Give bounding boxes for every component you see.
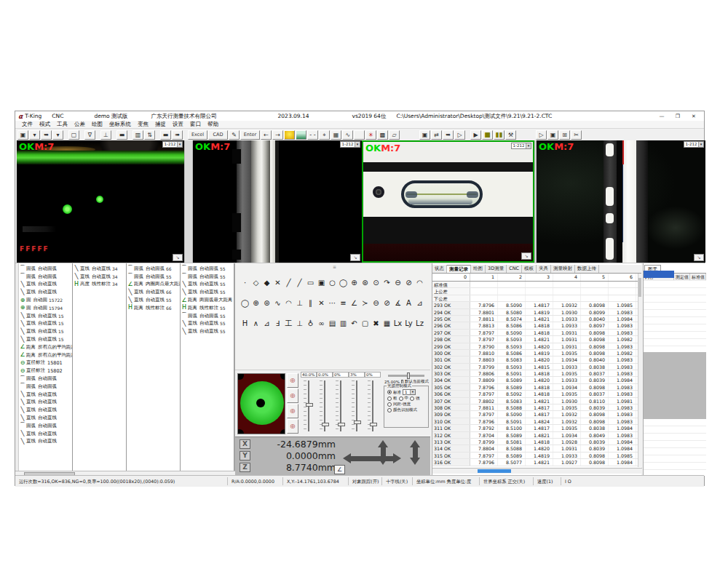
- feature-item[interactable]: ⊖直径标注15802: [19, 367, 72, 375]
- table-row[interactable]: 302 OK7.87998.50931.48151.09330.80381.09…: [432, 364, 638, 370]
- feature-item[interactable]: ╲直线自动直线55: [181, 288, 234, 296]
- element-row[interactable]: [644, 310, 706, 317]
- camera-image-button[interactable]: [296, 130, 306, 140]
- tab-测量映射[interactable]: 测量映射: [551, 265, 575, 273]
- palette-tool-icon[interactable]: ∥: [305, 298, 316, 308]
- jog-y-arrows[interactable]: [378, 440, 388, 465]
- enter-button[interactable]: Enter: [240, 130, 260, 140]
- feature-item[interactable]: ∠距离内圈两点最大距离: [127, 281, 180, 289]
- camera-view-3-selected[interactable]: OKM:7 1-212▾ ↘: [362, 140, 534, 263]
- palette-tool-icon[interactable]: ✕: [316, 298, 327, 308]
- radio-spacing[interactable]: [387, 402, 392, 407]
- jog-x-arrows[interactable]: [343, 453, 401, 463]
- open-button[interactable]: ➥: [41, 130, 52, 140]
- slider-thumb[interactable]: [338, 423, 345, 426]
- feature-item[interactable]: ╲直线自动直线: [19, 430, 72, 438]
- camera-view-2[interactable]: OKM:7 1-212▾ ↘: [193, 140, 362, 263]
- feature-item[interactable]: H高度线性标注34: [73, 281, 126, 289]
- palette-tool-icon[interactable]: ∧: [250, 319, 261, 329]
- table-row[interactable]: 307 OK7.88028.50831.48211.09300.81101.09…: [432, 398, 638, 404]
- ring-segment-button[interactable]: ◎: [287, 404, 298, 418]
- palette-tool-icon[interactable]: ∠: [349, 298, 360, 308]
- curve-button[interactable]: ∿: [342, 130, 353, 140]
- menu-item-帮助[interactable]: 帮助: [207, 121, 218, 128]
- radio-medium[interactable]: [399, 396, 403, 401]
- feature-item[interactable]: ⊖直径标注15801: [19, 359, 72, 367]
- filter-button[interactable]: ∇: [84, 130, 95, 140]
- excel-export-button[interactable]: Excel: [188, 130, 207, 140]
- tab-模板[interactable]: 模板: [522, 265, 537, 273]
- palette-tool-icon[interactable]: ≻: [360, 298, 371, 308]
- feature-item[interactable]: ∠距离所有点的平均距离: [19, 343, 72, 351]
- single-run-button[interactable]: ▷: [536, 130, 547, 140]
- feature-item[interactable]: ╲直线自动直线55: [181, 320, 234, 328]
- table-row[interactable]: 314 OK7.88048.50881.48201.09310.80391.09…: [432, 445, 638, 452]
- blank-button[interactable]: [354, 130, 365, 140]
- palette-tool-icon[interactable]: A: [403, 298, 414, 308]
- feature-item[interactable]: ╲直线自动直线: [19, 438, 72, 446]
- palette-tool-icon[interactable]: ·: [240, 278, 250, 288]
- tab-测量记录[interactable]: 测量记录: [447, 265, 471, 273]
- slider-thumb[interactable]: [354, 420, 361, 424]
- palette-tool-icon[interactable]: Ⅎ: [272, 319, 283, 329]
- palette-tool-icon[interactable]: ∿: [272, 298, 283, 308]
- feature-item[interactable]: ╲直线自动直线: [19, 414, 72, 422]
- probe-button[interactable]: ⊥: [100, 130, 111, 140]
- measure-gap-button[interactable]: - -: [307, 130, 318, 140]
- master-light-slider[interactable]: [388, 375, 424, 377]
- splitter-handle-icon[interactable]: ≡: [333, 264, 336, 269]
- light-channel-slider[interactable]: 0.0%: [317, 372, 333, 436]
- palette-tool-icon[interactable]: ⋯: [327, 298, 338, 308]
- radio-standard[interactable]: [387, 390, 392, 394]
- transfer-button[interactable]: ⇄: [431, 130, 442, 140]
- palette-tool-icon[interactable]: Ly: [403, 319, 414, 329]
- camera2-resize-grip-icon[interactable]: ↘: [350, 254, 360, 261]
- feature-item[interactable]: ╲直线自动直线34: [73, 265, 126, 273]
- radio-coarse[interactable]: [387, 396, 392, 401]
- tool-d-button[interactable]: ➠: [172, 130, 183, 140]
- palette-tool-icon[interactable]: ▥: [338, 319, 349, 329]
- element-row[interactable]: [644, 281, 706, 288]
- light-channel-slider[interactable]: 0%: [365, 372, 381, 436]
- palette-tool-icon[interactable]: ○: [327, 278, 338, 288]
- tab-绘图[interactable]: 绘图: [471, 265, 486, 273]
- palette-tool-icon[interactable]: ⊖: [392, 278, 403, 288]
- palette-tool-icon[interactable]: ∞: [316, 319, 327, 329]
- print-button[interactable]: ⊞: [559, 130, 570, 140]
- camera-view-1[interactable]: FFFFF OKM:7 1-212▾ ↘: [17, 140, 184, 263]
- feature-item[interactable]: ╲直线自动直线34: [73, 273, 126, 281]
- ring-light-indicator[interactable]: [237, 373, 285, 434]
- element-row[interactable]: [644, 463, 706, 470]
- table-vscrollbar[interactable]: [638, 274, 641, 467]
- palette-tool-icon[interactable]: ⊖: [371, 298, 381, 308]
- move-z-button[interactable]: ⇅: [144, 130, 155, 140]
- element-row[interactable]: [644, 339, 706, 346]
- draw-button[interactable]: ✎: [229, 130, 240, 140]
- feature-item[interactable]: ⊕圆自动圆15722: [19, 296, 72, 304]
- element-row[interactable]: [644, 288, 706, 295]
- menu-item-窗口[interactable]: 窗口: [190, 121, 201, 128]
- feature-item[interactable]: H距离线性标注55: [181, 304, 234, 312]
- table-row[interactable]: 295 OK7.88118.50741.48211.09330.80401.09…: [432, 316, 638, 322]
- slider-thumb[interactable]: [322, 423, 329, 426]
- element-row[interactable]: [644, 441, 706, 448]
- feature-item[interactable]: ⌒圆弧自动圆弧: [19, 375, 72, 383]
- camera4-resize-grip-icon[interactable]: ↘: [694, 254, 704, 261]
- camera-view-4[interactable]: OKM:7 1-212▾ ↘: [537, 140, 705, 263]
- feature-item[interactable]: ╲直线自动直线: [19, 399, 72, 407]
- palette-tool-icon[interactable]: ✖: [371, 319, 381, 329]
- menu-item-设置[interactable]: 设置: [173, 121, 183, 128]
- tool-c-button[interactable]: ▬: [160, 130, 171, 140]
- jog-settings-button[interactable]: ∠: [334, 465, 345, 474]
- palette-tool-icon[interactable]: ╱: [294, 278, 305, 288]
- palette-tool-icon[interactable]: ♁: [305, 319, 316, 329]
- element-row[interactable]: [644, 448, 706, 455]
- feature-item[interactable]: ⌒圆弧自动圆弧55: [127, 273, 180, 281]
- chart-button[interactable]: ▱: [389, 130, 400, 140]
- open-dropdown[interactable]: ▾: [52, 130, 63, 140]
- table-row[interactable]: 315 OK7.87978.50891.48191.09330.80981.09…: [432, 453, 638, 459]
- pattern-button[interactable]: ▩: [377, 130, 388, 140]
- feature-item[interactable]: ╲直线自动直线55: [181, 281, 234, 289]
- table-row[interactable]: 310 OK7.87968.50911.48241.09320.80981.09…: [432, 418, 638, 425]
- menu-item-捕捉[interactable]: 捕捉: [155, 121, 166, 128]
